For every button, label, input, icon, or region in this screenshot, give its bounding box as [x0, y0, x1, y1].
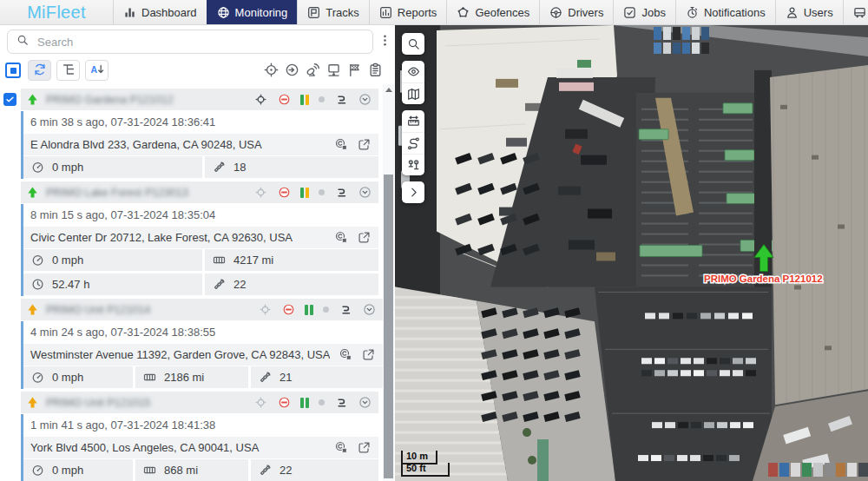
nav-tab-label: Dashboard: [141, 6, 197, 19]
follow-arrow-button[interactable]: [283, 60, 301, 79]
expand-chevron-icon[interactable]: [358, 396, 372, 410]
unit-entry[interactable]: PRIMO Gardena P1210126 min 38 s ago, 07-…: [0, 89, 378, 179]
search-box[interactable]: [7, 30, 373, 54]
copy-coordinates-icon[interactable]: [335, 231, 348, 244]
unit-header[interactable]: PRIMO Unit P121015: [21, 392, 378, 413]
search-row: [0, 25, 395, 56]
nav-tab-monitoring[interactable]: Monitoring: [207, 0, 298, 24]
stat-odometer: 868 mi: [135, 459, 248, 481]
chevron-right-button[interactable]: [402, 181, 424, 203]
data-link-icon[interactable]: [334, 186, 348, 200]
connection-bars-icon: [300, 188, 309, 198]
nav-tab-notifications[interactable]: Notifications: [675, 0, 775, 24]
select-all-checkbox[interactable]: [5, 63, 21, 78]
stat-value: 22: [233, 278, 246, 291]
satellite-map-image: PRIMO Gardena P121012: [395, 25, 868, 481]
data-link-icon[interactable]: [334, 396, 348, 410]
layers-map-button[interactable]: [402, 82, 424, 104]
nav-tab-geofences[interactable]: Geofences: [446, 0, 539, 24]
no-movement-icon[interactable]: [277, 93, 291, 107]
stat-value: 0 mph: [52, 371, 83, 384]
nav-tab-dashboard[interactable]: Dashboard: [113, 0, 207, 24]
panel-menu-button[interactable]: [376, 30, 393, 53]
layers-map-icon: [407, 88, 420, 101]
no-movement-icon[interactable]: [277, 186, 291, 200]
expand-chevron-icon[interactable]: [362, 303, 376, 317]
nav-tab-reports[interactable]: Reports: [369, 0, 447, 24]
stat-value: 4217 mi: [233, 254, 273, 267]
unit-entry[interactable]: PRIMO Unit P1210144 min 24 s ago, 07-31-…: [0, 299, 378, 389]
engine-hours-icon: [31, 278, 44, 291]
list-scrollbar[interactable]: [383, 84, 394, 481]
nav-tab-drivers[interactable]: Drivers: [539, 0, 613, 24]
nav-tab-units[interactable]: Units: [843, 0, 868, 24]
stat-odometer: 2186 mi: [135, 366, 248, 388]
satellite-dish-icon: [306, 63, 320, 77]
route-trace-button[interactable]: [402, 132, 424, 154]
stat-value: 2186 mi: [164, 371, 204, 384]
sort-button[interactable]: A: [85, 60, 108, 81]
unit-header[interactable]: PRIMO Lake Forest P123013: [21, 181, 378, 203]
satellite-dish-button[interactable]: [304, 60, 322, 79]
track-on-map-icon[interactable]: [253, 396, 267, 410]
unit-groups-button[interactable]: [402, 154, 424, 175]
map-control-group: [402, 181, 424, 203]
external-link-icon[interactable]: [362, 348, 375, 361]
nav-tab-label: Jobs: [641, 6, 665, 19]
no-movement-icon[interactable]: [277, 396, 291, 410]
unit-list: PRIMO Gardena P1210126 min 38 s ago, 07-…: [0, 86, 395, 481]
direction-arrow-icon: [26, 396, 39, 409]
no-movement-icon[interactable]: [281, 303, 295, 317]
speedometer-icon: [31, 161, 44, 174]
track-on-map-icon[interactable]: [253, 93, 267, 107]
clipboard-button[interactable]: [366, 60, 385, 79]
scrollbar-thumb[interactable]: [384, 175, 393, 478]
map-canvas[interactable]: PRIMO Gardena P121012 10 m 50 ft: [395, 25, 868, 481]
refresh-button[interactable]: [28, 60, 51, 81]
nav-tab-tracks[interactable]: Tracks: [297, 0, 369, 24]
locate-button[interactable]: [262, 60, 280, 79]
monitor-button[interactable]: [325, 60, 343, 79]
measure-button[interactable]: [402, 110, 424, 132]
last-update-time: 6 min 38 s ago, 07-31-2024 18:36:41: [23, 111, 378, 133]
external-link-icon[interactable]: [358, 231, 371, 244]
search-input[interactable]: [36, 35, 364, 49]
unit-header[interactable]: PRIMO Unit P121014: [21, 299, 383, 320]
tree-view-button[interactable]: [56, 60, 80, 81]
expand-chevron-icon[interactable]: [358, 186, 372, 200]
copy-coordinates-icon[interactable]: [335, 138, 348, 151]
direction-arrow-icon: [26, 93, 39, 106]
stat-value: 0 mph: [52, 161, 83, 174]
monitor-icon: [326, 63, 341, 77]
odometer-icon: [213, 254, 226, 267]
stat-engine-hours: 52.47 h: [23, 273, 202, 295]
visibility-eye-button[interactable]: [402, 61, 424, 82]
expand-chevron-icon[interactable]: [358, 93, 372, 107]
data-link-icon[interactable]: [334, 93, 348, 107]
copy-coordinates-icon[interactable]: [335, 441, 348, 454]
map-search-button[interactable]: [402, 33, 424, 55]
finish-flag-button[interactable]: [345, 60, 364, 79]
unit-entry[interactable]: PRIMO Lake Forest P1230138 min 15 s ago,…: [0, 181, 378, 296]
app-logo: MiFleet: [0, 0, 113, 24]
unit-stats: 0 mph868 mi22: [23, 459, 378, 481]
scrollbar-up-arrow[interactable]: [383, 84, 394, 95]
external-link-icon[interactable]: [358, 138, 371, 151]
status-dot-icon: [319, 189, 325, 195]
nav-tab-jobs[interactable]: Jobs: [613, 0, 674, 24]
top-nav: MiFleet DashboardMonitoringTracksReports…: [0, 0, 868, 25]
stat-satellite: 21: [251, 366, 383, 388]
unit-header[interactable]: PRIMO Gardena P121012: [21, 89, 378, 110]
data-link-icon[interactable]: [339, 303, 352, 317]
tree-view-icon: [62, 63, 76, 79]
speedometer-icon: [31, 371, 44, 384]
track-on-map-icon[interactable]: [253, 186, 267, 200]
satellite-icon: [259, 464, 272, 477]
external-link-icon[interactable]: [358, 441, 371, 454]
nav-tab-users[interactable]: Users: [775, 0, 843, 24]
copy-coordinates-icon[interactable]: [339, 348, 352, 361]
track-on-map-icon[interactable]: [258, 303, 272, 317]
unit-checkbox[interactable]: [3, 93, 16, 106]
unit-entry[interactable]: PRIMO Unit P1210151 min 41 s ago, 07-31-…: [0, 392, 378, 481]
steering-wheel-icon: [549, 6, 562, 19]
